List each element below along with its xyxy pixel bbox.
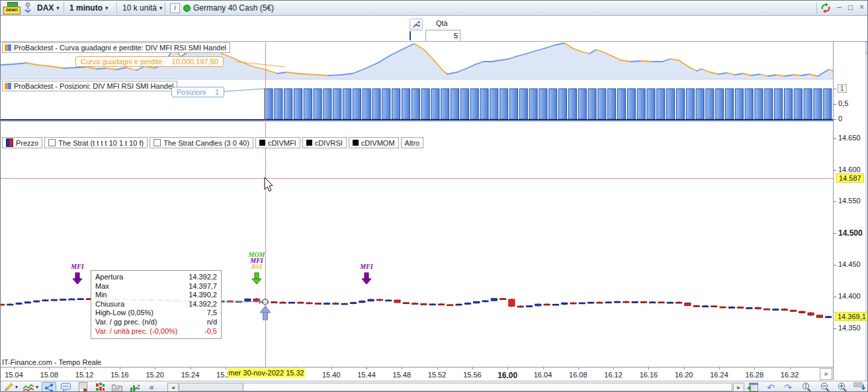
mom-mfi-rsi-signal [252, 273, 261, 284]
redo-button[interactable]: ↷ [781, 382, 795, 392]
axis-tick [834, 138, 836, 139]
legend-item-cdivmom[interactable]: cDIVMOM [349, 137, 399, 148]
scrollbar-right-arrow[interactable]: ▸ [733, 383, 744, 392]
refresh-button[interactable] [820, 1, 831, 15]
indicators-caret[interactable]: ▾ [36, 384, 38, 390]
price-axis-column[interactable]: 14.65014.60014.55014.50014.45014.40014.3… [833, 42, 865, 380]
wrench-chart-icon [130, 382, 140, 392]
units-dropdown[interactable]: 10 k unità ▾ [122, 1, 163, 15]
legend-item-label: The Strat Candles (3 0 40) [163, 139, 249, 147]
time-pager-button[interactable]: » [820, 368, 832, 380]
tooltip-row-value: 14.392,2 [189, 300, 217, 309]
undo-button[interactable]: ↶ [764, 382, 777, 392]
timeframe-dropdown[interactable]: 1 minuto ▾ [69, 1, 108, 15]
order-settings-button[interactable] [410, 19, 423, 30]
zoom-out-button[interactable] [818, 382, 832, 392]
title-bar: DEMO DAX ▾ 1 minuto ▾ 10 k unità ▾ i Ger… [1, 1, 867, 16]
minimize-button[interactable]: – [834, 3, 844, 13]
positions-panel-title[interactable]: ProBacktest - Posizioni: DIV MFI RSI SMI… [2, 81, 177, 91]
draw-tool-button[interactable] [2, 382, 15, 392]
maximize-button[interactable]: □ [846, 3, 855, 13]
chart-settings-button[interactable] [128, 382, 141, 392]
time-axis-label: 16.16 [635, 371, 662, 379]
time-axis-label: 16.12 [600, 371, 627, 379]
probacktest-icon [5, 44, 11, 51]
info-icon: i [170, 3, 180, 13]
draw-tool-caret[interactable]: ▾ [15, 384, 18, 390]
legend-checkbox[interactable] [153, 139, 161, 146]
symbol-dropdown[interactable]: DAX ▾ [37, 1, 60, 15]
time-tick [85, 368, 85, 369]
time-axis[interactable]: 15.0415.0815.1215.1615.2015.2415.2815.32… [1, 367, 833, 381]
equity-panel-title[interactable]: ProBacktest - Curva guadagni e perdite: … [2, 42, 230, 53]
keyboard-icon [410, 31, 411, 40]
crosshair-price-label: 14.587 [836, 173, 864, 183]
data-provider-watermark: IT-Finance.com - Tempo Reale [2, 358, 101, 366]
comment-button[interactable] [59, 382, 72, 392]
legend-item-the[interactable]: The Strat Candles (3 0 40) [150, 137, 253, 148]
equity-series-value: 10.000.197,50 [172, 58, 218, 66]
price-legend: PrezzoThe Strat (t t t t 10 1 t 10 f)The… [2, 137, 423, 148]
quantity-input[interactable] [425, 30, 460, 42]
symbol-label: DAX [37, 3, 54, 13]
close-button[interactable]: × [857, 3, 867, 13]
legend-checkbox[interactable] [48, 139, 56, 146]
app-window: DEMO DAX ▾ 1 minuto ▾ 10 k unità ▾ i Ger… [0, 0, 868, 392]
price-axis-label: 14.400 [838, 292, 861, 300]
legend-item-prezzo[interactable]: Prezzo [2, 137, 42, 148]
news-list-button[interactable] [76, 382, 89, 392]
legend-item-label: cDIVMFI [268, 139, 296, 147]
legend-item-label: cDIVRSI [315, 139, 343, 147]
tooltip-row: Min14.390,2 [95, 291, 217, 300]
tooltip-row-label: Chiusura [95, 300, 124, 309]
instrument-info-button[interactable]: i [170, 1, 180, 15]
keyboard-shortcuts-button[interactable] [853, 382, 866, 392]
legend-item-altro[interactable]: Altro [401, 137, 424, 148]
tooltip-row-label: Min [95, 291, 107, 300]
keyboard-entry-button[interactable] [410, 32, 411, 40]
legend-item-label: Altro [405, 139, 420, 147]
time-tick [754, 368, 755, 369]
indicators-button[interactable] [22, 382, 35, 392]
goto-date-button[interactable] [746, 382, 759, 392]
tooltip-row-label: Max [95, 282, 109, 291]
time-tick [120, 368, 120, 369]
price-axis-label: 14.450 [838, 260, 861, 268]
legend-item-the[interactable]: The Strat (t t t t 10 1 t 10 f) [44, 137, 148, 148]
collapse-toolbar-button[interactable]: « [146, 382, 157, 392]
legend-item-cdivrsi[interactable]: cDIVRSI [302, 137, 347, 148]
scrollbar-track[interactable] [179, 383, 732, 391]
tooltip-row-label: Var. / gg prec. (n/d) [95, 318, 157, 327]
time-axis-label: 16.20 [671, 371, 697, 379]
toolbar-separator [64, 2, 64, 14]
time-axis-label: 15.16 [107, 371, 133, 379]
backtest-button[interactable] [93, 382, 107, 392]
workspace-folder-button[interactable] [110, 382, 124, 392]
link-pin-icon[interactable] [23, 1, 32, 15]
legend-item-cdivmfi[interactable]: cDIVMFI [255, 137, 300, 148]
positions-series-label[interactable]: Posizioni1 [171, 87, 224, 97]
axis-tick [834, 233, 836, 234]
axis-tick [834, 297, 836, 297]
tooltip-row: Max14.397,7 [95, 282, 217, 291]
axis-tick [834, 89, 836, 89]
equity-panel-title-text: ProBacktest - Curva guadagni e perdite: … [14, 44, 226, 52]
scrollbar-thumb[interactable] [181, 383, 243, 391]
positions-axis-label: 0 [838, 115, 842, 122]
mouse-cursor [264, 177, 275, 193]
chevron-down-icon: ▾ [56, 5, 60, 11]
equity-series-label[interactable]: Curva guadagni e perdite10.000.197,50 [75, 56, 224, 67]
share-button[interactable] [42, 382, 56, 392]
keyboard-down-icon [853, 382, 865, 392]
scrollbar-left-arrow[interactable]: ◂ [167, 383, 179, 392]
axis-tick [834, 170, 836, 171]
time-tick [613, 368, 614, 369]
speech-bubble-icon [61, 383, 71, 392]
units-label: 10 k unità [122, 3, 157, 13]
zoom-vertical-button[interactable] [800, 382, 813, 392]
zoom-in-button[interactable] [836, 382, 849, 392]
tooltip-row: Apertura14.392,2 [95, 273, 217, 282]
magnifier-plus-icon [837, 382, 847, 392]
time-tick [226, 368, 226, 369]
toolbar-separator [116, 2, 117, 14]
